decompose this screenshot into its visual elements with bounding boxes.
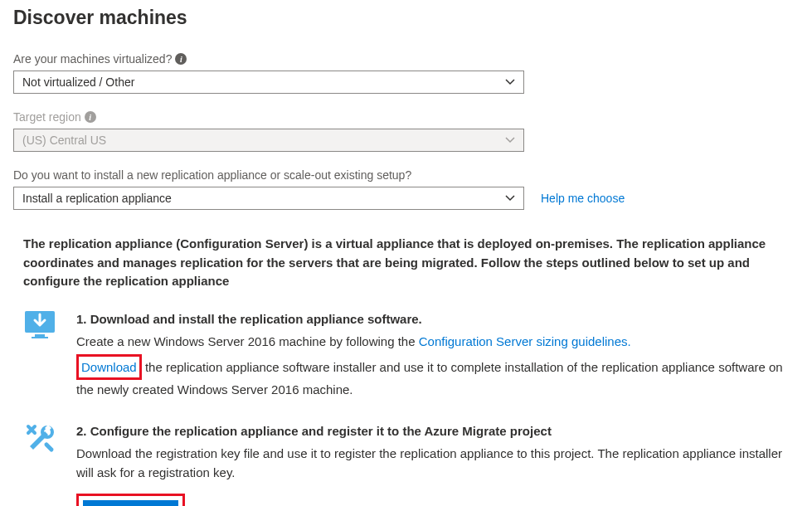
page-title: Discover machines: [13, 7, 799, 29]
svg-rect-2: [35, 334, 45, 337]
step-1-title: 1. Download and install the replication …: [76, 309, 799, 328]
download-button-highlight: Download: [76, 494, 185, 506]
virtualized-label: Are your machines virtualized? i: [13, 52, 799, 66]
sizing-guidelines-link[interactable]: Configuration Server sizing guidelines.: [419, 334, 631, 348]
region-label: Target region i: [13, 110, 799, 124]
tools-icon: [23, 421, 56, 507]
step-2: 2. Configure the replication appliance a…: [23, 421, 799, 507]
info-icon[interactable]: i: [175, 53, 187, 65]
virtualized-select[interactable]: Not virtualized / Other: [13, 71, 524, 94]
install-label: Do you want to install a new replication…: [13, 168, 799, 182]
step-2-desc: Download the registration key file and u…: [76, 444, 799, 483]
help-me-choose-link[interactable]: Help me choose: [541, 192, 625, 205]
download-icon: [23, 309, 56, 400]
download-link[interactable]: Download: [81, 360, 137, 374]
info-icon[interactable]: i: [85, 111, 96, 123]
region-select: (US) Central US: [13, 129, 524, 152]
step-1-line2: Download the replication appliance softw…: [76, 354, 799, 400]
install-value: Install a replication appliance: [22, 192, 505, 205]
install-select[interactable]: Install a replication appliance: [13, 187, 524, 210]
region-value: (US) Central US: [22, 134, 505, 147]
step-1: 1. Download and install the replication …: [23, 309, 799, 400]
field-region: Target region i (US) Central US: [13, 110, 799, 152]
virtualized-value: Not virtualized / Other: [22, 75, 505, 89]
field-virtualized: Are your machines virtualized? i Not vir…: [13, 52, 799, 94]
download-link-highlight: Download: [76, 354, 142, 380]
svg-rect-3: [32, 337, 48, 338]
chevron-down-icon: [505, 79, 515, 85]
step-2-title: 2. Configure the replication appliance a…: [76, 421, 799, 440]
intro-text: The replication appliance (Configuration…: [23, 235, 799, 291]
download-button[interactable]: Download: [83, 500, 178, 506]
field-install: Do you want to install a new replication…: [13, 168, 799, 210]
step-1-line1: Create a new Windows Server 2016 machine…: [76, 332, 799, 351]
chevron-down-icon: [505, 137, 515, 144]
chevron-down-icon: [505, 195, 515, 202]
